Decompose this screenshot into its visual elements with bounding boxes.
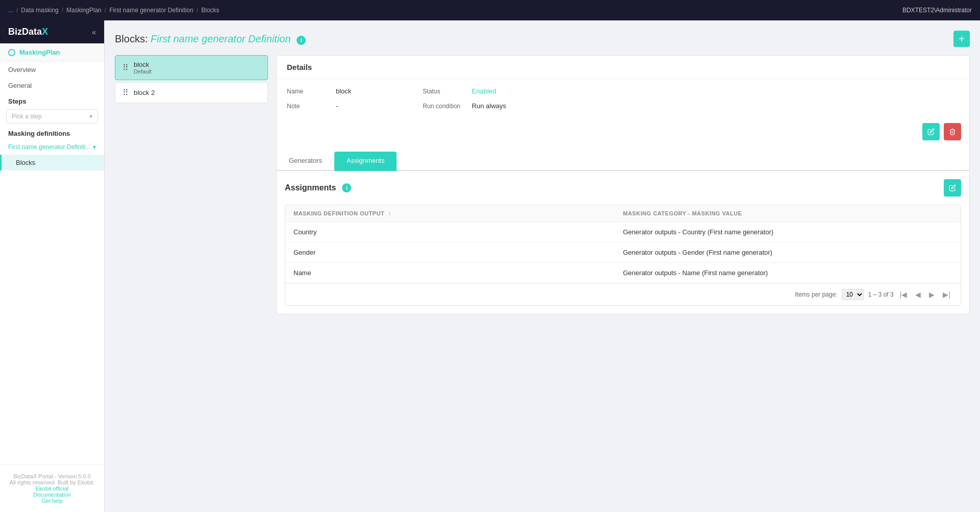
breadcrumb-sep3: / [105, 7, 106, 14]
user-label: BDXTEST2\Administrator [902, 7, 972, 14]
breadcrumb-data-masking[interactable]: Data masking [21, 7, 58, 14]
pagination-prev-button[interactable]: ◀ [913, 289, 923, 300]
sidebar-item-blocks[interactable]: Blocks [0, 155, 104, 170]
tab-generators[interactable]: Generators [277, 152, 334, 171]
breadcrumb-sep1: / [16, 7, 18, 14]
sort-icon[interactable]: ↑ [388, 210, 391, 216]
block-item-2[interactable]: ⠿ block 2 [115, 82, 268, 103]
col1-header: MASKING DEFINITION OUTPUT ↑ [293, 210, 623, 216]
block-list-column: ⠿ block Default ⠿ block 2 [115, 55, 268, 314]
row1-col2: Generator outputs - Country (First name … [623, 228, 953, 236]
sidebar-masking-def-item[interactable]: First name generator Definiti... ▾ [0, 139, 104, 155]
logo-text: BizDataX [8, 27, 48, 37]
masking-def-item-label: First name generator Definiti... [8, 143, 90, 151]
breadcrumb-sep2: / [62, 7, 63, 14]
field-note-label: Note [287, 103, 328, 110]
table-row: Country Generator outputs - Country (Fir… [285, 222, 961, 242]
sidebar: BizDataX « MaskingPlan Overview General … [0, 20, 105, 512]
tabs: Generators Assignments [277, 152, 969, 171]
field-status-label: Status [423, 88, 463, 95]
step-picker-placeholder: Pick a step [12, 113, 42, 120]
logo-x: X [42, 27, 48, 37]
block-item-1[interactable]: ⠿ block Default [115, 55, 268, 80]
footer-rights: All rights reserved. Built by Ekobit. [8, 479, 96, 485]
block-item-2-name: block 2 [134, 89, 155, 96]
row3-col1: Name [293, 269, 623, 277]
assignments-title: Assignments i [285, 183, 351, 192]
page-title-italic: First name generator Definition [151, 33, 291, 44]
row2-col2: Generator outputs - Gender (First name g… [623, 249, 953, 256]
page-size-select[interactable]: 10 25 50 [842, 289, 864, 300]
delete-block-button[interactable] [944, 123, 961, 140]
block-list: ⠿ block Default ⠿ block 2 [115, 55, 268, 103]
assignments-edit-icon [949, 184, 956, 191]
col2-header: MASKING CATEGORY - MASKING VALUE [623, 210, 953, 216]
field-name-label: Name [287, 88, 328, 95]
footer-link-ekobit[interactable]: Ekobit official [8, 485, 96, 492]
pagination-range: 1 – 3 of 3 [868, 291, 894, 298]
items-per-page-label: Items per page: [795, 291, 837, 298]
sidebar-footer: BizDataX Portal - Version 5.0.0 All righ… [0, 465, 104, 512]
breadcrumb-blocks[interactable]: Blocks [201, 7, 219, 14]
action-buttons [277, 118, 969, 145]
sidebar-section-header: MaskingPlan [0, 43, 104, 62]
sidebar-section-label: MaskingPlan [19, 48, 60, 56]
field-note-value: - [336, 102, 338, 110]
field-run-condition-label: Run condition [423, 103, 463, 110]
breadcrumb-first-name-def[interactable]: First name generator Definition [109, 7, 193, 14]
pagination: Items per page: 10 25 50 1 – 3 of 3 |◀ ◀… [285, 283, 961, 305]
footer-link-help[interactable]: Get help [8, 498, 96, 504]
sidebar-step-picker[interactable]: Pick a step ▾ [6, 109, 98, 124]
row1-col1: Country [293, 228, 623, 236]
collapse-sidebar-button[interactable]: « [92, 28, 96, 36]
breadcrumb-masking-plan[interactable]: MaskingPlan [66, 7, 102, 14]
page-title: Blocks: First name generator Definition … [115, 33, 306, 45]
field-run-condition-value: Run always [472, 102, 506, 110]
breadcrumb: ... / Data masking / MaskingPlan / First… [8, 7, 219, 14]
top-nav: ... / Data masking / MaskingPlan / First… [0, 0, 980, 20]
edit-icon [927, 128, 935, 135]
masking-plan-icon [8, 49, 15, 56]
breadcrumb-ellipsis[interactable]: ... [8, 7, 13, 14]
col1-header-text: MASKING DEFINITION OUTPUT [293, 210, 384, 216]
block-grid-icon-2: ⠿ [122, 88, 129, 97]
sidebar-steps-label: Steps [0, 93, 104, 107]
masking-def-chevron-icon: ▾ [93, 143, 96, 151]
edit-block-button[interactable] [922, 123, 940, 140]
table-header: MASKING DEFINITION OUTPUT ↑ MASKING CATE… [285, 205, 961, 222]
tab-assignments[interactable]: Assignments [334, 152, 397, 171]
detail-panel-column: Details Name block Note - [276, 55, 970, 314]
assignments-info-icon[interactable]: i [342, 183, 351, 192]
step-picker-arrow-icon: ▾ [89, 113, 92, 120]
block-item-1-name: block [134, 61, 152, 68]
sidebar-masking-def-label: Masking definitions [0, 126, 104, 139]
pagination-last-button[interactable]: ▶| [941, 289, 952, 300]
page-info-icon[interactable]: i [297, 36, 306, 45]
field-name-value: block [336, 87, 351, 95]
footer-link-docs[interactable]: Documentation [8, 492, 96, 498]
table-row: Name Generator outputs - Name (First nam… [285, 263, 961, 283]
block-item-1-subtitle: Default [134, 68, 152, 75]
sidebar-logo: BizDataX « [0, 20, 104, 43]
row2-col1: Gender [293, 249, 623, 256]
field-status-value: Enabled [472, 87, 496, 95]
content-area: Blocks: First name generator Definition … [105, 20, 980, 512]
detail-header: Details [277, 56, 969, 79]
delete-icon [949, 128, 956, 135]
sidebar-item-overview[interactable]: Overview [0, 62, 104, 78]
pagination-first-button[interactable]: |◀ [898, 289, 910, 300]
add-block-button[interactable]: + [953, 31, 970, 47]
two-col-layout: ⠿ block Default ⠿ block 2 [115, 55, 970, 314]
edit-assignments-button[interactable] [944, 179, 961, 197]
page-header: Blocks: First name generator Definition … [115, 31, 970, 47]
breadcrumb-sep4: / [197, 7, 198, 14]
sidebar-item-general[interactable]: General [0, 78, 104, 93]
block-grid-icon-1: ⠿ [122, 63, 129, 72]
pagination-next-button[interactable]: ▶ [927, 289, 937, 300]
detail-panel: Details Name block Note - [276, 55, 970, 314]
assignments-section: Assignments i [277, 171, 969, 314]
table-row: Gender Generator outputs - Gender (First… [285, 242, 961, 263]
assignments-title-text: Assignments [285, 183, 336, 192]
page-title-prefix: Blocks: [115, 33, 148, 44]
footer-version: BizDataX Portal - Version 5.0.0 [8, 473, 96, 479]
